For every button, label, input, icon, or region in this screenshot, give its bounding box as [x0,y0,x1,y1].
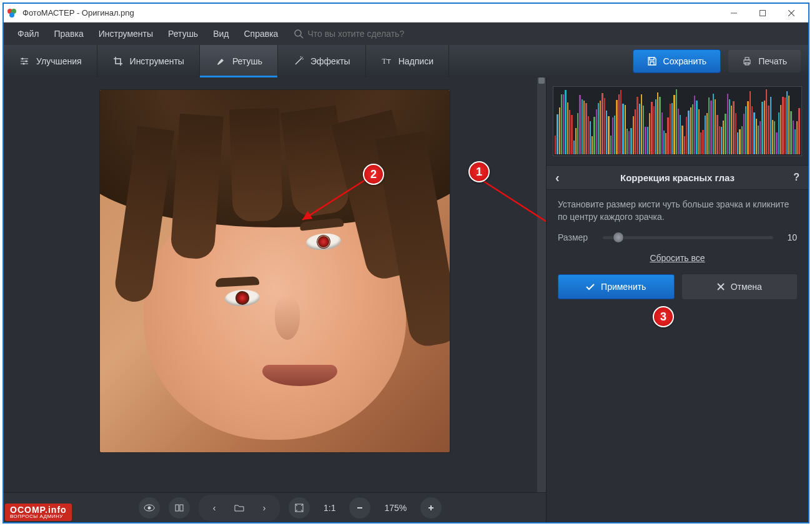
panel-body: Установите размер кисти чуть больше зрач… [547,190,808,308]
app-icon [6,7,17,19]
svg-point-7 [295,30,301,36]
print-label: Печать [758,56,787,66]
tab-text[interactable]: Tᴛ Надписи [366,45,449,77]
tab-tools[interactable]: Инструменты [97,45,200,77]
svg-point-22 [148,506,151,509]
crop-icon [112,56,124,67]
svg-point-2 [9,12,14,17]
cancel-button[interactable]: Отмена [682,274,798,299]
back-button[interactable]: ‹ [555,171,560,185]
maximize-button[interactable] [748,4,777,22]
check-icon [586,283,595,290]
brand-title: OCOMP.info [10,505,67,514]
fit-screen-icon[interactable] [289,497,310,519]
svg-point-12 [22,58,24,60]
svg-rect-17 [745,57,749,60]
svg-line-20 [483,181,546,246]
tab-label: Инструменты [130,56,184,66]
compare-icon[interactable] [169,497,190,519]
wand-icon [293,56,304,67]
brand-subtitle: ВОПРОСЫ АДМИНУ [10,514,67,519]
annotation-badge-3: 3 [653,306,674,327]
menu-tools[interactable]: Инструменты [92,25,159,42]
panel-title: Коррекция красных глаз [620,172,735,183]
svg-rect-4 [760,10,766,16]
apply-label: Применить [601,282,646,292]
annotation-badge-1: 1 [468,161,490,182]
reset-link[interactable]: Сбросить все [558,253,797,263]
tab-retouch[interactable]: Ретушь [200,45,278,77]
tab-label: Ретушь [232,56,262,66]
zoom-in-button[interactable] [420,497,442,519]
window-title: ФотоМАСТЕР - Оригинал.png [22,8,720,17]
titlebar: ФотоМАСТЕР - Оригинал.png [4,4,808,22]
svg-line-15 [295,58,302,64]
slider-thumb[interactable] [613,232,624,243]
save-label: Сохранить [663,56,707,66]
tab-label: Улучшения [36,56,82,66]
tab-label: Эффекты [310,56,350,66]
menubar: Файл Правка Инструменты Ретушь Вид Справ… [4,22,808,45]
menu-retouch[interactable]: Ретушь [162,25,204,42]
brand-badge: OCOMP.info ВОПРОСЫ АДМИНУ [5,504,72,521]
svg-point-13 [26,61,27,62]
open-folder-button[interactable] [229,497,250,519]
help-button[interactable]: ? [793,172,800,183]
preview-toggle-icon[interactable] [139,497,160,519]
menu-file[interactable]: Файл [11,25,45,42]
sliders-icon [19,56,30,67]
svg-rect-23 [176,505,179,511]
histogram [553,86,802,156]
next-file-button[interactable]: › [254,497,275,519]
close-button[interactable] [777,4,806,22]
content: 2 1 OCOMP.info ВОПРОСЫ АДМИНУ ‹ › [4,77,808,522]
svg-rect-24 [180,505,183,511]
cancel-label: Отмена [731,282,762,292]
size-label: Размер [558,232,595,242]
side-panel: ‹ Коррекция красных глаз ? Установите ра… [546,77,808,522]
size-value: 10 [781,232,797,242]
print-button[interactable]: Печать [728,50,801,72]
x-icon [717,283,725,290]
search-box [294,29,445,39]
size-slider-row: Размер 10 [558,232,797,243]
panel-hint: Установите размер кисти чуть больше зрач… [558,199,797,223]
zoom-out-button[interactable] [349,497,370,519]
panel-header: ‹ Коррекция красных глаз ? [547,165,808,190]
menu-edit[interactable]: Правка [47,25,89,42]
tab-improvements[interactable]: Улучшения [4,45,97,77]
save-button[interactable]: Сохранить [633,49,721,73]
size-slider[interactable] [603,232,773,243]
svg-point-14 [23,63,25,65]
text-icon: Tᴛ [381,56,392,67]
canvas-viewport[interactable]: 2 1 [4,77,546,492]
prev-file-button[interactable]: ‹ [204,497,225,519]
statusbar: OCOMP.info ВОПРОСЫ АДМИНУ ‹ › 1:1 175% [4,492,546,522]
tab-effects[interactable]: Эффекты [278,45,366,77]
vertical-scrollbar[interactable] [537,77,546,492]
menu-view[interactable]: Вид [207,25,235,42]
apply-button[interactable]: Применить [558,274,675,299]
file-navigation: ‹ › [199,495,280,521]
brush-icon [215,56,226,67]
app-window: ФотоМАСТЕР - Оригинал.png Файл Правка Ин… [2,2,810,524]
canvas-area: 2 1 OCOMP.info ВОПРОСЫ АДМИНУ ‹ › [4,77,546,522]
minimize-button[interactable] [720,4,748,22]
search-icon [294,29,304,39]
search-input[interactable] [307,29,445,39]
menu-help[interactable]: Справка [237,25,284,42]
zoom-level: 175% [379,503,412,513]
zoom-ratio[interactable]: 1:1 [319,503,340,513]
save-icon [647,56,657,66]
svg-line-8 [300,36,303,38]
toolbar: Улучшения Инструменты Ретушь Эффекты Tᴛ … [4,45,808,77]
photo [100,90,450,452]
tab-label: Надписи [399,56,433,66]
print-icon [742,56,752,66]
